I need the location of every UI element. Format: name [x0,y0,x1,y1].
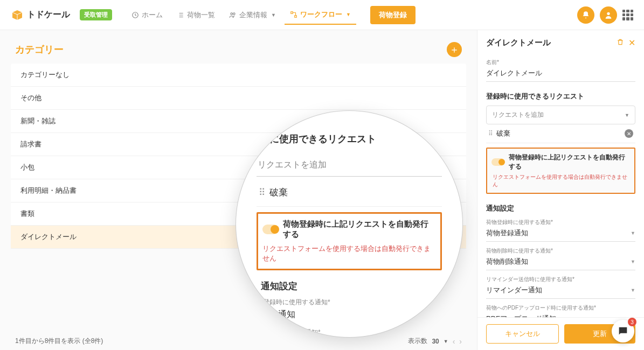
category-item[interactable]: その他 [11,87,466,110]
flow-icon [290,11,297,18]
auto-issue-box: 荷物登録時に上記リクエストを自動発行する リクエストフォームを使用する場合は自動… [486,148,635,194]
chevron-down-icon: ▼ [631,230,635,236]
nav-company[interactable]: 企業情報 ▼ [224,5,281,25]
zoom-request-item: ⠿ 破棄 [257,179,442,207]
chevron-down-icon: ▼ [346,12,351,17]
notif-label: 荷物削除時に使用する通知* [486,247,635,255]
svg-point-2 [233,12,236,15]
list-icon [177,11,184,19]
nav-company-label: 企業情報 [239,10,267,20]
panel-header: ダイレクトメール ✕ [477,30,644,53]
chevron-down-icon: ▼ [625,113,629,118]
zoom-request-label: 破棄 [269,186,288,199]
add-request-placeholder: リクエストを追加 [492,110,544,120]
nav-workflow[interactable]: ワークフロー ▼ [285,5,356,25]
zoom-notif-heading: 通知設定 [261,280,442,292]
logo-icon [11,9,24,22]
user-icon [604,11,613,19]
zoom-toggle-icon [262,225,279,234]
remove-request-button[interactable]: ✕ [625,129,633,138]
requests-heading: 登録時に使用できるリクエスト [486,92,635,101]
request-item[interactable]: ⠿ 破棄 ✕ [486,124,635,143]
auto-issue-toggle-row: 荷物登録時に上記リクエストを自動発行する [491,153,630,171]
chevron-down-icon: ▼ [271,12,276,18]
nav-workflow-label: ワークフロー [300,10,342,19]
people-icon [229,11,237,19]
main-nav: ホーム 荷物一覧 企業情報 ▼ ワークフロー ▼ [126,5,356,25]
trash-icon [617,38,624,46]
nav-home-label: ホーム [142,10,163,20]
name-field-label: 名前* [486,59,635,66]
zoom-auto-note: リクエストフォームを使用する場合は自動発行できません [262,244,436,263]
clock-icon [131,11,139,19]
nav-packages[interactable]: 荷物一覧 [171,5,220,25]
chevron-down-icon[interactable]: ▼ [444,339,448,344]
auto-issue-note: リクエストフォームを使用する場合は自動発行できません [493,173,630,188]
mode-badge: 受取管理 [80,9,112,20]
drag-handle-icon: ⠿ [259,187,265,198]
delete-button[interactable] [617,38,624,48]
zoom-heading: に使用できるリクエスト [269,132,442,145]
panel-title: ダイレクトメール [486,38,612,48]
main-header: カテゴリー ＋ [0,30,477,64]
chat-icon [617,325,629,337]
add-category-button[interactable]: ＋ [447,42,462,57]
display-count[interactable]: 30 [432,338,439,345]
cancel-button[interactable]: キャンセル [486,324,559,344]
notif-select[interactable]: PDFアップロード通知▼ [486,312,635,317]
chevron-down-icon: ▼ [631,288,635,293]
app-header: トドケール 受取管理 ホーム 荷物一覧 企業情報 ▼ ワークフロー ▼ 荷物登録 [0,0,644,30]
notif-label: 荷物へのPDFアップロード時に使用する通知* [486,304,635,312]
svg-point-1 [231,12,233,15]
next-page-button[interactable]: › [459,337,462,346]
drag-handle-icon[interactable]: ⠿ [488,130,493,137]
category-item[interactable]: カテゴリーなし [11,64,466,87]
logo-text: トドケール [27,9,70,20]
svg-point-5 [607,12,610,15]
svg-rect-4 [295,15,297,17]
profile-button[interactable] [600,6,617,24]
zoom-magnifier: に使用できるリクエスト リクエストを追加 ⠿ 破棄 荷物登録時に上記リクエストを… [236,111,462,337]
notif-select[interactable]: リマインダー通知▼ [486,283,635,299]
apps-menu-button[interactable] [622,10,633,20]
prev-page-button[interactable]: ‹ [453,337,455,346]
zoom-auto-label: 荷物登録時に上記リクエストを自動発行する [283,219,436,240]
svg-rect-3 [291,11,293,13]
notif-select[interactable]: 荷物削除通知▼ [486,255,635,270]
nav-packages-label: 荷物一覧 [187,10,215,20]
notif-label: リマインダー送信時に使用する通知* [486,276,635,283]
notification-heading: 通知設定 [486,204,635,213]
page-title: カテゴリー [15,43,64,56]
header-right [577,6,633,24]
request-item-label: 破棄 [496,129,510,138]
zoom-auto-box: 荷物登録時に上記リクエストを自動発行する リクエストフォームを使用する場合は自動… [257,212,442,270]
chat-badge: 3 [628,318,636,326]
bell-icon [581,11,590,19]
auto-issue-toggle[interactable] [491,158,504,166]
register-package-button[interactable]: 荷物登録 [370,6,416,24]
notif-select[interactable]: 荷物登録通知▼ [486,226,635,242]
panel-body: 名前* ダイレクトメール 登録時に使用できるリクエスト リクエストを追加 ▼ ⠿… [477,53,644,317]
display-label: 表示数 [408,337,427,346]
chevron-down-icon: ▼ [631,259,635,264]
pager: 表示数 30 ▼ ‹ › [408,337,462,346]
nav-home[interactable]: ホーム [126,5,168,25]
add-request-select[interactable]: リクエストを追加 ▼ [486,106,635,124]
zoom-sub-label: 物登録時に使用する通知* [257,298,442,307]
chat-button[interactable]: 3 [612,320,634,342]
notifications-button[interactable] [577,6,594,24]
detail-panel: ダイレクトメール ✕ 名前* ダイレクトメール 登録時に使用できるリクエスト リ… [477,30,644,350]
zoom-add-request: リクエストを追加 [257,154,442,177]
auto-issue-label: 荷物登録時に上記リクエストを自動発行する [509,153,630,171]
result-count: 1件目から8件目を表示 (全8件) [15,337,103,346]
close-panel-button[interactable]: ✕ [628,38,635,48]
list-footer: 1件目から8件目を表示 (全8件) 表示数 30 ▼ ‹ › [15,337,462,346]
name-field-value[interactable]: ダイレクトメール [486,66,635,82]
notif-label: 荷物登録時に使用する通知* [486,219,635,226]
logo[interactable]: トドケール [11,9,70,22]
